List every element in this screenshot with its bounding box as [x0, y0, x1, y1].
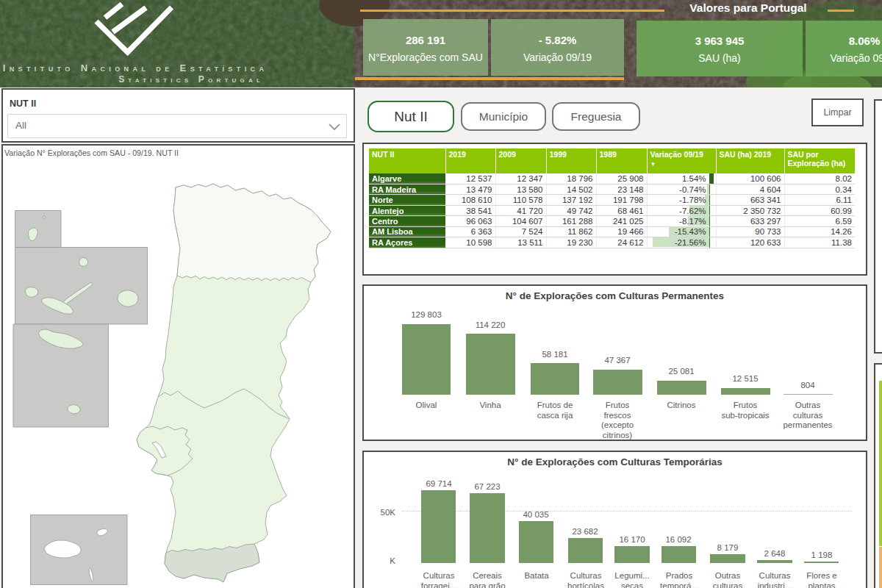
svg-text:Instituto Nacional de Estatíst: Instituto Nacional de Estatística [3, 62, 268, 74]
svg-text:Statistics Portugal: Statistics Portugal [118, 74, 264, 85]
